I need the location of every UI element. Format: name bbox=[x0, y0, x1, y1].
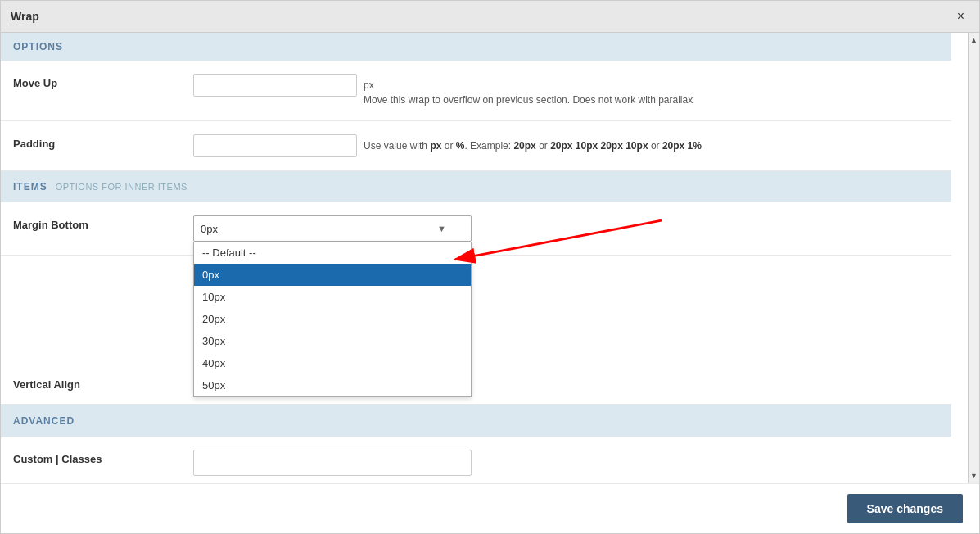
save-changes-button[interactable]: Save changes bbox=[847, 494, 963, 523]
chevron-down-icon: ▼ bbox=[437, 224, 446, 233]
vertical-align-label: Vertical Align bbox=[13, 375, 177, 391]
scroll-up-arrow[interactable]: ▲ bbox=[969, 33, 980, 48]
padding-field-row: Padding Use value with px or %. Example:… bbox=[1, 121, 951, 171]
move-up-unit: px Move this wrap to overflow on previou… bbox=[364, 74, 693, 107]
dropdown-item-40px[interactable]: 40px bbox=[194, 352, 471, 374]
items-section-subtitle: OPTIONS FOR INNER ITEMS bbox=[56, 182, 187, 192]
items-section-title: ITEMS bbox=[13, 181, 47, 192]
custom-classes-input[interactable] bbox=[193, 450, 472, 476]
options-section-header: OPTIONS bbox=[1, 33, 951, 61]
margin-bottom-select[interactable]: 0px ▼ bbox=[193, 215, 472, 242]
move-up-label: Move Up bbox=[13, 74, 177, 89]
margin-bottom-control: 0px ▼ -- Default -- 0px 10px 20px 30px 4… bbox=[193, 215, 939, 242]
padding-label: Padding bbox=[13, 134, 177, 150]
move-up-input[interactable] bbox=[193, 74, 357, 97]
padding-control: Use value with px or %. Example: 20px or… bbox=[193, 134, 939, 157]
scrollbar: ▲ ▼ bbox=[968, 33, 979, 483]
items-section-header: ITEMS OPTIONS FOR INNER ITEMS bbox=[1, 171, 951, 202]
vertical-align-field-row: Vertical Align bbox=[1, 362, 951, 405]
options-section-title: OPTIONS bbox=[13, 41, 63, 52]
custom-classes-label: Custom | Classes bbox=[13, 450, 177, 465]
move-up-control: px Move this wrap to overflow on previou… bbox=[193, 74, 939, 107]
dropdown-item-30px[interactable]: 30px bbox=[194, 330, 471, 352]
dropdown-item-0px[interactable]: 0px bbox=[194, 264, 471, 286]
custom-classes-control: Multiple classes should be separated wit… bbox=[193, 450, 939, 483]
scroll-down-arrow[interactable]: ▼ bbox=[969, 468, 980, 483]
dialog-body: OPTIONS Move Up px Move this wrap to ove… bbox=[1, 33, 979, 483]
dialog-footer: Save changes bbox=[1, 483, 979, 533]
margin-bottom-select-wrapper: 0px ▼ -- Default -- 0px 10px 20px 30px 4… bbox=[193, 215, 472, 242]
margin-bottom-dropdown: -- Default -- 0px 10px 20px 30px 40px 50… bbox=[193, 242, 472, 397]
dropdown-item-50px[interactable]: 50px bbox=[194, 374, 471, 396]
dialog-title: Wrap bbox=[11, 10, 39, 23]
custom-classes-field-row: Custom | Classes Multiple classes should… bbox=[1, 437, 951, 483]
dropdown-item-20px[interactable]: 20px bbox=[194, 308, 471, 330]
margin-bottom-field-row: Margin Bottom 0px ▼ -- Default -- 0px 10… bbox=[1, 202, 951, 256]
close-button[interactable]: × bbox=[952, 7, 969, 25]
move-up-field-row: Move Up px Move this wrap to overflow on… bbox=[1, 61, 951, 121]
wrap-dialog: Wrap × OPTIONS Move Up px Move this wrap… bbox=[0, 0, 980, 534]
dropdown-item-default[interactable]: -- Default -- bbox=[194, 242, 471, 264]
advanced-section-header: ADVANCED bbox=[1, 405, 951, 437]
padding-input[interactable] bbox=[193, 134, 357, 157]
content-area: OPTIONS Move Up px Move this wrap to ove… bbox=[1, 33, 968, 483]
padding-hint: Use value with px or %. Example: 20px or… bbox=[364, 134, 702, 153]
move-up-hint: Move this wrap to overflow on previous s… bbox=[364, 94, 693, 106]
select-value: 0px bbox=[201, 223, 218, 235]
dropdown-item-10px[interactable]: 10px bbox=[194, 286, 471, 308]
title-bar: Wrap × bbox=[1, 1, 979, 33]
margin-bottom-label: Margin Bottom bbox=[13, 215, 177, 231]
advanced-section-title: ADVANCED bbox=[13, 415, 75, 427]
